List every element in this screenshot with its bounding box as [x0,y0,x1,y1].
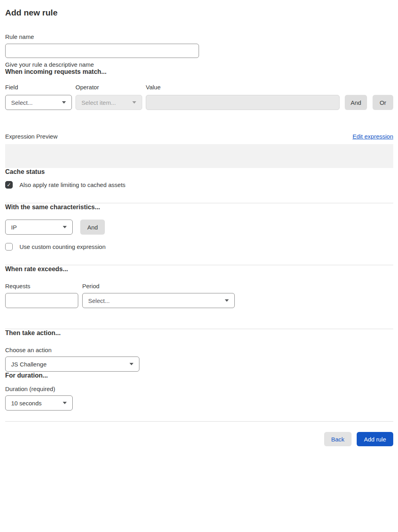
divider [5,421,393,422]
period-column: Period Select... [82,283,235,308]
chevron-down-icon [63,226,67,228]
rate-row: Requests Period Select... [5,283,393,308]
period-select[interactable]: Select... [82,293,235,308]
cache-checkbox-label: Also apply rate limiting to cached asset… [19,181,126,188]
match-row: Field Select... Operator Select item... … [5,84,393,110]
duration-heading: For duration... [5,372,393,379]
value-input [146,95,340,110]
requests-column: Requests [5,283,78,308]
field-select[interactable]: Select... [5,95,72,110]
rule-name-helper: Give your rule a descriptive name [5,61,393,68]
rule-name-input[interactable] [5,44,199,58]
characteristics-heading: With the same characteristics... [5,203,393,211]
and-button[interactable]: And [345,95,367,110]
field-column: Field Select... [5,84,72,110]
field-label: Field [5,84,72,91]
add-rule-form: Add new rule Rule name Give your rule a … [0,0,398,452]
chevron-down-icon [63,402,67,404]
operator-select-value: Select item... [81,99,116,106]
action-select-value: JS Challenge [11,361,46,368]
cache-status-heading: Cache status [5,168,393,175]
duration-select-value: 10 seconds [11,400,42,407]
match-section-heading: When incoming requests match... [5,68,393,75]
checkbox-unchecked-icon[interactable] [5,243,13,251]
value-label: Value [146,84,340,91]
chevron-down-icon [129,363,133,365]
custom-counting-label: Use custom counting expression [19,243,106,250]
choose-action-label: Choose an action [5,347,393,353]
characteristic-select-value: IP [11,224,17,231]
edit-expression-link[interactable]: Edit expression [352,133,393,140]
period-select-value: Select... [88,297,110,304]
action-heading: Then take action... [5,329,393,337]
characteristic-select[interactable]: IP [5,220,73,235]
footer-actions: Back Add rule [5,432,393,446]
requests-label: Requests [5,283,78,289]
expression-preview-box [5,144,393,168]
operator-label: Operator [75,84,142,91]
back-button[interactable]: Back [324,432,352,446]
field-select-value: Select... [11,99,33,106]
operator-select: Select item... [75,95,142,110]
checkbox-checked-icon[interactable]: ✓ [5,181,13,189]
rate-heading: When rate exceeds... [5,265,393,273]
operator-column: Operator Select item... [75,84,142,110]
expression-preview-label: Expression Preview [5,133,58,140]
action-select[interactable]: JS Challenge [5,357,139,372]
chevron-down-icon [62,101,66,104]
duration-label: Duration (required) [5,386,393,392]
rule-name-label: Rule name [5,34,393,40]
add-rule-button[interactable]: Add rule [357,432,393,446]
value-column: Value [146,84,340,110]
chevron-down-icon [132,101,136,104]
requests-input[interactable] [5,293,78,308]
period-label: Period [82,283,235,289]
check-icon: ✓ [7,182,11,187]
chevron-down-icon [225,299,229,302]
characteristics-and-button[interactable]: And [80,220,105,235]
page-title: Add new rule [5,8,393,17]
expression-header: Expression Preview Edit expression [5,133,393,140]
cache-checkbox-row[interactable]: ✓ Also apply rate limiting to cached ass… [5,181,393,189]
duration-select[interactable]: 10 seconds [5,395,73,411]
or-button[interactable]: Or [373,95,393,110]
custom-counting-checkbox-row[interactable]: Use custom counting expression [5,243,393,251]
characteristics-row: IP And [5,220,393,235]
